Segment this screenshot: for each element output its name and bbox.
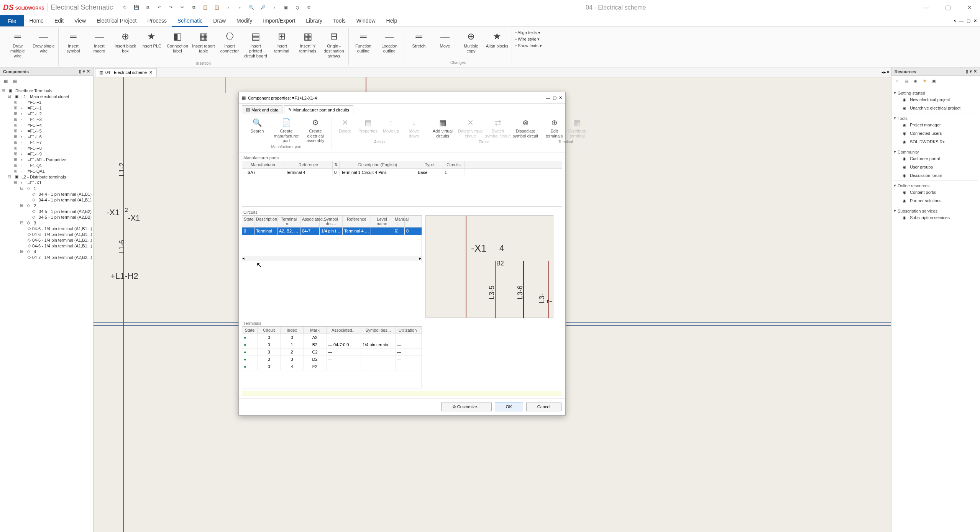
close-button[interactable]: ✕ bbox=[962, 2, 977, 13]
ribbon-multiple-copy[interactable]: ⊕Multiple copy bbox=[459, 28, 483, 60]
col-header[interactable]: Level name bbox=[371, 216, 393, 227]
tab-close-icon[interactable]: ✕ bbox=[149, 70, 153, 75]
ribbon-draw-multiple-wire[interactable]: ═Draw multiple wire bbox=[5, 28, 30, 61]
tab-mark-and-data[interactable]: ▤Mark and data bbox=[242, 105, 282, 114]
section-header[interactable]: ▾Online resources bbox=[894, 183, 978, 188]
star-icon[interactable]: ★ bbox=[921, 77, 928, 84]
col-header[interactable]: Description (English) bbox=[340, 161, 416, 169]
cell[interactable]: 3 bbox=[281, 356, 304, 363]
dlg-add-virtual-circuits[interactable]: ▦Add virtual circuits bbox=[429, 116, 456, 139]
col-header[interactable]: Utilization bbox=[396, 327, 420, 334]
col-header[interactable]: Symbol des... bbox=[361, 327, 396, 334]
tree-node[interactable]: ◇04-6 - 1/4 pin terminal (A1,B1...) bbox=[26, 243, 92, 249]
col-header[interactable]: Associated... bbox=[327, 327, 361, 334]
cell[interactable]: — bbox=[396, 334, 420, 341]
resource-link[interactable]: ◉New electrical project bbox=[894, 95, 978, 104]
col-header[interactable]: Associated... bbox=[300, 216, 320, 227]
tree-node[interactable]: ⊟◇3 bbox=[20, 220, 92, 226]
dialog-maximize-icon[interactable]: ▢ bbox=[553, 95, 556, 100]
cell[interactable]: — bbox=[327, 356, 361, 363]
globe-icon[interactable]: ◉ bbox=[912, 77, 919, 84]
cut-icon[interactable]: ✂ bbox=[178, 3, 187, 12]
circuits-table[interactable]: StateDescriptionTerminal n...Associated.… bbox=[242, 215, 422, 261]
ribbon-insert-terminal[interactable]: ⊞Insert terminal bbox=[269, 28, 294, 61]
col-header[interactable]: Manufacturer bbox=[242, 161, 284, 169]
tab-electrical-scheme[interactable]: ▥ 04 - Electrical scheme ✕ bbox=[95, 68, 157, 77]
collapse-ribbon-icon[interactable]: ʌ bbox=[954, 18, 956, 23]
cancel-button[interactable]: Cancel bbox=[526, 403, 561, 411]
cell[interactable]: Terminal 4 (0) bbox=[343, 228, 371, 235]
tool-c-icon[interactable]: ▫ bbox=[270, 3, 279, 12]
tree-node[interactable]: ⊟▫=F1-X1 bbox=[14, 180, 92, 185]
ribbon-align-blocks[interactable]: ★Align blocks bbox=[485, 28, 509, 60]
tree-node[interactable]: ⊞▫=F1-QA1 bbox=[14, 168, 92, 174]
tree-node[interactable]: ⊟▣L2 - Distribute terminals bbox=[8, 174, 92, 180]
tree-node[interactable]: ⊞▫=F1-H7 bbox=[14, 139, 92, 145]
cell[interactable] bbox=[361, 356, 396, 363]
col-header[interactable]: Index bbox=[281, 327, 304, 334]
manufacturer-parts-table[interactable]: ManufacturerReference⇅Description (Engli… bbox=[242, 161, 562, 207]
cell[interactable]: 4 bbox=[281, 363, 304, 370]
cell[interactable]: ☑ bbox=[393, 228, 405, 235]
table-row[interactable]: ●02C2—— bbox=[242, 349, 422, 356]
cell[interactable]: — bbox=[396, 356, 420, 363]
menu-library[interactable]: Library bbox=[300, 15, 328, 27]
tree-node[interactable]: ⊞▫=F1-H9 bbox=[14, 151, 92, 157]
components-tree[interactable]: ⊟▣Distribute Terminals⊟▣L1 - Main electr… bbox=[0, 86, 93, 532]
expander-icon[interactable]: ⊞ bbox=[14, 105, 19, 110]
dlg-create-manufacturer-part[interactable]: 📄Create manufacturer part bbox=[272, 116, 301, 144]
col-header[interactable]: Reference bbox=[284, 161, 333, 169]
dlg-edit-terminals[interactable]: ⊕Edit terminals bbox=[543, 116, 566, 139]
tree-node[interactable]: ◇04-4 - 1 pin terminal (A1,B1) bbox=[26, 197, 92, 203]
customize-button[interactable]: ⚙ Customize... bbox=[441, 403, 492, 411]
ribbon-connection-label[interactable]: ◧Connection label bbox=[165, 28, 190, 61]
col-header[interactable]: Mark bbox=[304, 327, 327, 334]
menu-edit[interactable]: Edit bbox=[49, 15, 69, 27]
ribbon-show-texts[interactable]: ▫ Show texts ▾ bbox=[515, 43, 542, 49]
ribbon-draw-single-wire[interactable]: —Draw single wire bbox=[31, 28, 56, 61]
col-header[interactable]: Circuit bbox=[258, 327, 281, 334]
resource-link[interactable]: ◉Connected users bbox=[894, 129, 978, 138]
menu-schematic[interactable]: Schematic bbox=[172, 15, 208, 27]
panel-dropdown-icon[interactable]: ▾ bbox=[83, 69, 85, 74]
ribbon-move[interactable]: —Move bbox=[433, 28, 457, 60]
cell[interactable]: C2 bbox=[304, 349, 327, 355]
section-header[interactable]: ▾Tools bbox=[894, 116, 978, 121]
ribbon-insert-plc[interactable]: ★Insert PLC bbox=[139, 28, 164, 61]
tree-node[interactable]: ⊟◇2 bbox=[20, 203, 92, 208]
cell[interactable]: 0 bbox=[258, 334, 281, 341]
print-icon[interactable]: 🖶 bbox=[144, 3, 152, 12]
col-header[interactable]: Terminal n... bbox=[277, 216, 300, 227]
menu-draw[interactable]: Draw bbox=[208, 15, 231, 27]
tree-node[interactable]: ⊟◇4 bbox=[20, 249, 92, 254]
tree-node[interactable]: ⊞▫=F1-H2 bbox=[14, 111, 92, 116]
resource-link[interactable]: ◉Partner solutions bbox=[894, 196, 978, 205]
tree-node[interactable]: ⊞▫=F1-H4 bbox=[14, 122, 92, 128]
ribbon-insert-black-box[interactable]: ⊕Insert black box bbox=[113, 28, 138, 61]
cell[interactable]: — bbox=[327, 363, 361, 370]
cell[interactable]: B2 bbox=[304, 341, 327, 348]
expander-icon[interactable]: ⊟ bbox=[20, 203, 25, 208]
ribbon-function-outline[interactable]: ═Function outline bbox=[351, 28, 376, 60]
table-row[interactable]: ●01B2— 04-7:0:01/4 pin termin...— bbox=[242, 341, 422, 349]
cell[interactable]: — bbox=[327, 334, 361, 341]
col-header[interactable]: Circuits bbox=[443, 161, 465, 169]
expander-icon[interactable]: ⊞ bbox=[14, 151, 19, 156]
expander-icon[interactable]: ⊞ bbox=[14, 163, 19, 168]
tree-node[interactable]: ◇04-4 - 1 pin terminal (A1,B1) bbox=[26, 191, 92, 197]
refresh-icon[interactable]: ↻ bbox=[121, 3, 129, 12]
panel-pin-icon[interactable]: ▯ bbox=[79, 69, 81, 74]
tree-node[interactable]: ⊞▫=F1-Q1 bbox=[14, 162, 92, 168]
box-icon[interactable]: ▣ bbox=[931, 77, 937, 84]
sub-minimize-icon[interactable]: — bbox=[959, 18, 964, 23]
cell[interactable]: 04-7 bbox=[300, 228, 320, 235]
expander-icon[interactable]: ⊞ bbox=[14, 146, 19, 151]
dlg-search[interactable]: 🔍Search bbox=[243, 116, 272, 144]
redo-icon[interactable]: ↷ bbox=[167, 3, 175, 12]
cell[interactable]: Base bbox=[416, 169, 443, 176]
cell[interactable]: D2 bbox=[304, 356, 327, 363]
table-row[interactable]: ●00A2—— bbox=[242, 334, 422, 341]
ribbon-insert-symbol[interactable]: ═Insert symbol bbox=[61, 28, 85, 61]
menu-modify[interactable]: Modify bbox=[231, 15, 258, 27]
sub-restore-icon[interactable]: ▢ bbox=[967, 18, 970, 23]
